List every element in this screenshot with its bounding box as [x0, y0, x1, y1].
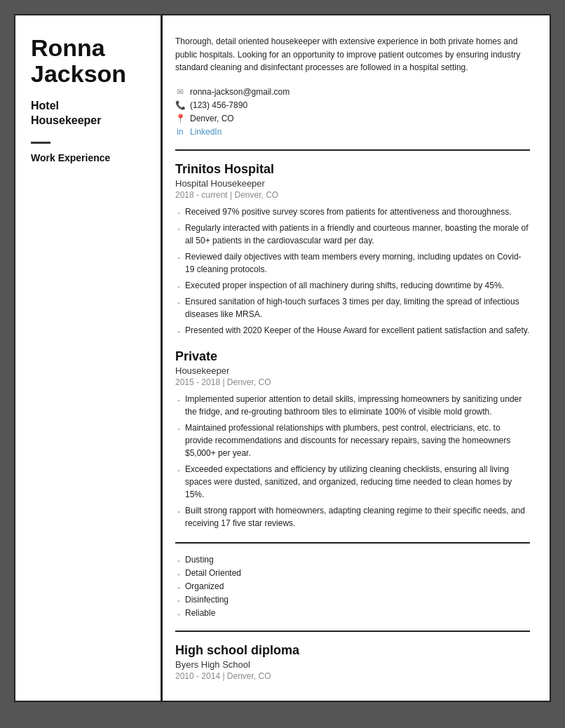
bullet: Exceeded expectations and efficiency by …: [175, 463, 530, 501]
job-1: Trinitos Hospital Hospital Housekeeper 2…: [175, 162, 530, 337]
divider-education: [175, 631, 530, 632]
contact-phone: 📞 (123) 456-7890: [175, 100, 530, 110]
job-2: Private Housekeeper 2015 - 2018 | Denver…: [175, 349, 530, 530]
candidate-name: Ronna Jackson: [31, 35, 149, 88]
bullet: Executed proper inspection of all machin…: [175, 279, 530, 292]
edu-school: Byers High School: [175, 659, 530, 670]
linkedin-link[interactable]: LinkedIn: [190, 127, 222, 137]
skills-list: Dusting Detail Oriented Organized Disinf…: [175, 555, 530, 618]
name-block: Ronna Jackson: [31, 35, 149, 88]
divider-top: [175, 149, 530, 151]
bullet: Regularly interacted with patients in a …: [175, 222, 530, 247]
job-2-company: Private: [175, 349, 530, 364]
job-1-bullets: Received 97% positive survey scores from…: [175, 205, 530, 337]
right-column: Thorough, detail oriented housekeeper wi…: [156, 15, 550, 701]
job-1-meta: 2018 - current | Denver, CO: [175, 190, 530, 200]
contact-list: ✉ ronna-jackson@gmail.com 📞 (123) 456-78…: [175, 87, 530, 137]
skill-item: Detail Oriented: [175, 568, 530, 578]
job-title-block: Hotel Housekeeper: [31, 99, 149, 128]
divider-skills: [175, 542, 530, 544]
summary-text: Thorough, detail oriented housekeeper wi…: [175, 35, 530, 74]
bullet: Ensured sanitation of high-touch surface…: [175, 295, 530, 321]
job-2-meta: 2015 - 2018 | Denver, CO: [175, 377, 530, 387]
education-section: High school diploma Byers High School 20…: [175, 643, 530, 681]
resume-document: Ronna Jackson Hotel Housekeeper Work Exp…: [14, 14, 551, 702]
location-icon: 📍: [175, 114, 185, 123]
skills-section: Dusting Detail Oriented Organized Disinf…: [175, 555, 530, 618]
job-2-bullets: Implemented superior attention to detail…: [175, 393, 530, 530]
bullet: Built strong rapport with homeowners, ad…: [175, 504, 530, 530]
email-icon: ✉: [175, 87, 185, 97]
left-column: Ronna Jackson Hotel Housekeeper Work Exp…: [15, 15, 163, 701]
edu-degree: High school diploma: [175, 643, 530, 658]
work-experience-section: Trinitos Hospital Hospital Housekeeper 2…: [175, 162, 530, 530]
bullet: Presented with 2020 Keeper of the House …: [175, 324, 530, 337]
skill-item: Dusting: [175, 555, 530, 565]
linkedin-icon: in: [175, 127, 185, 137]
work-experience-label: Work Experience: [31, 152, 149, 163]
bullet: Reviewed daily objectives with team memb…: [175, 250, 530, 276]
job-title: Hotel Housekeeper: [31, 99, 149, 128]
contact-email: ✉ ronna-jackson@gmail.com: [175, 87, 530, 97]
job-1-company: Trinitos Hospital: [175, 162, 530, 177]
edu-meta: 2010 - 2014 | Denver, CO: [175, 671, 530, 681]
bullet: Maintained professional relationships wi…: [175, 422, 530, 459]
skill-item: Disinfecting: [175, 595, 530, 605]
bullet: Received 97% positive survey scores from…: [175, 205, 530, 218]
contact-linkedin[interactable]: in LinkedIn: [175, 127, 530, 137]
phone-icon: 📞: [175, 100, 185, 110]
bullet: Implemented superior attention to detail…: [175, 393, 530, 418]
contact-location: 📍 Denver, CO: [175, 114, 530, 123]
skill-item: Organized: [175, 581, 530, 591]
divider-work: [31, 142, 50, 144]
job-2-title: Housekeeper: [175, 365, 530, 376]
job-1-title: Hospital Housekeeper: [175, 178, 530, 189]
skill-item: Reliable: [175, 608, 530, 618]
